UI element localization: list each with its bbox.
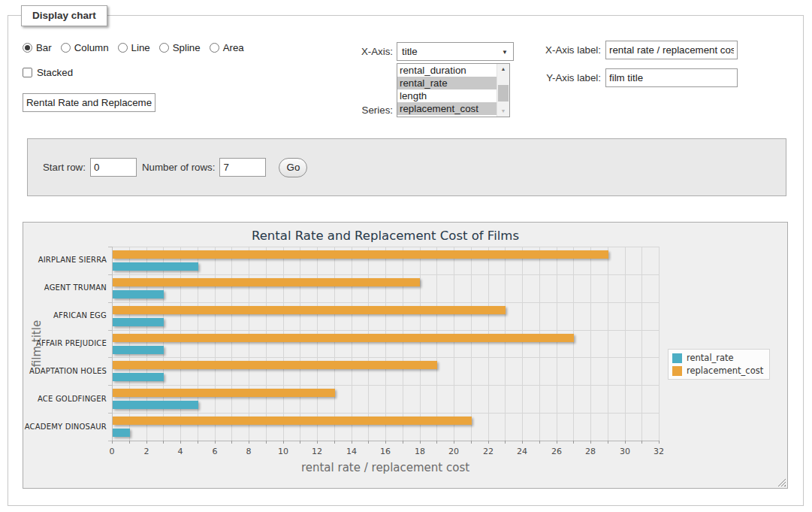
category-label: ADAPTATION HOLES bbox=[23, 367, 107, 375]
bar-rental_rate[interactable] bbox=[113, 429, 130, 437]
series-option-length[interactable]: length bbox=[397, 89, 497, 102]
bar-replacement_cost[interactable] bbox=[113, 306, 506, 314]
x-tick bbox=[129, 441, 130, 444]
x-tick bbox=[471, 441, 472, 444]
gridline bbox=[403, 247, 403, 441]
x-axis-select-label: X-Axis: bbox=[315, 46, 393, 57]
bar-replacement_cost[interactable] bbox=[113, 417, 472, 425]
x-tick-label: 8 bbox=[234, 447, 264, 456]
gridline bbox=[420, 247, 421, 441]
gridline bbox=[198, 247, 198, 441]
bar-rental_rate[interactable] bbox=[113, 401, 198, 409]
x-axis-select-value: title bbox=[402, 46, 418, 57]
chart-type-radio-line[interactable]: Line bbox=[118, 42, 150, 53]
x-tick bbox=[283, 441, 284, 444]
radio-icon[interactable] bbox=[210, 43, 219, 53]
gridline bbox=[557, 247, 557, 441]
bar-replacement_cost[interactable] bbox=[113, 361, 437, 369]
category-label: AFFAIR PREJUDICE bbox=[23, 339, 107, 347]
x-tick-label: 2 bbox=[131, 447, 161, 456]
gridline bbox=[488, 247, 489, 441]
x-tick bbox=[231, 441, 232, 444]
x-tick-label: 28 bbox=[575, 447, 605, 456]
chart-type-radio-area[interactable]: Area bbox=[210, 42, 244, 53]
y-tick bbox=[108, 357, 112, 358]
category-label: AGENT TRUMAN bbox=[23, 283, 107, 292]
x-axis-label-input[interactable] bbox=[605, 41, 738, 59]
gridline bbox=[436, 247, 437, 441]
radio-icon[interactable] bbox=[118, 43, 128, 53]
chart-legend: rental_ratereplacement_cost bbox=[668, 349, 770, 380]
stacked-checkbox-row[interactable]: Stacked bbox=[23, 67, 73, 78]
bar-rental_rate[interactable] bbox=[113, 346, 164, 354]
chart-type-radio-column[interactable]: Column bbox=[61, 42, 109, 53]
x-tick-label: 30 bbox=[610, 447, 640, 456]
bar-rental_rate[interactable] bbox=[113, 373, 164, 381]
bar-replacement_cost[interactable] bbox=[113, 250, 608, 259]
resize-handle-icon[interactable] bbox=[777, 478, 786, 486]
gridline bbox=[215, 247, 216, 441]
x-tick bbox=[180, 441, 181, 444]
gridline bbox=[129, 247, 130, 441]
scrollbar-thumb[interactable] bbox=[498, 85, 509, 101]
radio-icon[interactable] bbox=[23, 43, 32, 53]
bar-rental_rate[interactable] bbox=[113, 318, 164, 326]
x-tick bbox=[522, 441, 523, 444]
legend-item-replacement_cost[interactable]: replacement_cost bbox=[672, 365, 763, 376]
chart-title-input[interactable] bbox=[23, 93, 155, 112]
bar-rental_rate[interactable] bbox=[113, 290, 164, 298]
series-option-replacement_cost[interactable]: replacement_cost bbox=[397, 102, 497, 115]
chart-container: Rental Rate and Replacement Cost of Film… bbox=[23, 222, 788, 489]
x-tick bbox=[557, 441, 557, 444]
chart-type-radio-spline[interactable]: Spline bbox=[159, 42, 201, 53]
bar-replacement_cost[interactable] bbox=[113, 334, 574, 342]
chart-type-radio-bar[interactable]: Bar bbox=[23, 42, 52, 53]
gridline bbox=[625, 247, 626, 441]
gridline bbox=[385, 247, 386, 441]
scroll-up-icon[interactable]: ▲ bbox=[497, 64, 509, 74]
x-tick bbox=[334, 441, 335, 444]
y-tick bbox=[108, 330, 112, 331]
x-axis-select[interactable]: title ▼ bbox=[397, 42, 514, 61]
series-option-rental_rate[interactable]: rental_rate bbox=[397, 77, 497, 89]
radio-icon[interactable] bbox=[61, 43, 71, 53]
y-tick bbox=[108, 247, 112, 247]
legend-item-rental_rate[interactable]: rental_rate bbox=[672, 353, 763, 363]
listbox-scrollbar[interactable]: ▲ ▼ bbox=[497, 64, 509, 117]
legend-label: replacement_cost bbox=[687, 365, 763, 376]
start-row-input[interactable] bbox=[90, 158, 137, 177]
gridline bbox=[522, 247, 523, 441]
y-tick bbox=[108, 413, 112, 414]
gridline bbox=[352, 247, 352, 441]
start-row-label: Start row: bbox=[43, 162, 86, 173]
scroll-down-icon[interactable]: ▼ bbox=[497, 106, 509, 117]
plot-area bbox=[112, 247, 659, 441]
stacked-checkbox[interactable] bbox=[23, 68, 32, 77]
bar-rental_rate[interactable] bbox=[113, 262, 198, 271]
x-tick bbox=[659, 441, 660, 444]
y-tick bbox=[108, 302, 112, 303]
chart-type-label: Bar bbox=[36, 42, 52, 53]
x-tick bbox=[317, 441, 318, 444]
x-tick-label: 12 bbox=[302, 447, 332, 456]
x-tick bbox=[368, 441, 369, 444]
category-label: ACADEMY DINOSAUR bbox=[23, 423, 107, 431]
bar-replacement_cost[interactable] bbox=[113, 278, 420, 286]
gridline bbox=[112, 357, 659, 358]
series-listbox[interactable]: rental_durationrental_ratelengthreplacem… bbox=[397, 63, 510, 117]
page: Display chart BarColumnLineSplineArea St… bbox=[0, 0, 812, 512]
x-tick bbox=[163, 441, 164, 444]
series-option-rental_duration[interactable]: rental_duration bbox=[397, 64, 497, 77]
x-tick bbox=[215, 441, 216, 444]
y-axis-label-input[interactable] bbox=[605, 68, 738, 87]
radio-icon[interactable] bbox=[159, 43, 169, 53]
num-rows-label: Number of rows: bbox=[142, 162, 216, 173]
num-rows-input[interactable] bbox=[219, 158, 266, 177]
series-options: rental_durationrental_ratelengthreplacem… bbox=[397, 64, 497, 117]
x-tick bbox=[488, 441, 489, 444]
bar-replacement_cost[interactable] bbox=[113, 389, 335, 397]
y-axis-line bbox=[112, 247, 113, 441]
y-tick bbox=[108, 274, 112, 275]
go-button[interactable]: Go bbox=[279, 158, 307, 177]
gridline bbox=[505, 247, 506, 441]
